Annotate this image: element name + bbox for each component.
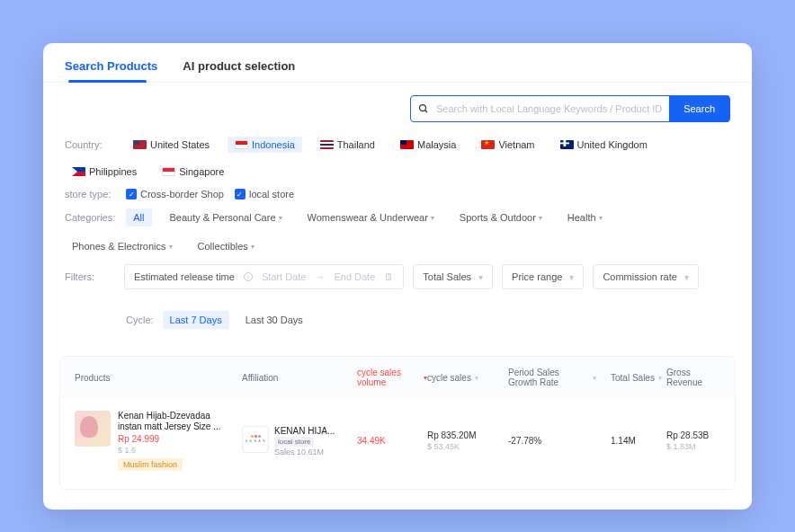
affiliate-logo: K E N A N [242, 426, 269, 453]
store-type-label: store type: [65, 189, 115, 200]
country-sg[interactable]: Singapore [155, 164, 231, 180]
categories-row: Categories: All Beauty & Personal Care▾ … [65, 208, 730, 255]
gross-revenue-value: Rp 28.53B [666, 430, 720, 440]
category-sports[interactable]: Sports & Outdoor▾ [452, 208, 549, 226]
country-uk[interactable]: United Kingdom [553, 137, 655, 153]
store-type-row: store type: ✓Cross-border Shop ✓local st… [65, 189, 730, 200]
th-total-sales[interactable]: Total Sales▾ [611, 373, 666, 383]
country-th-label: Thailand [337, 139, 375, 150]
country-th[interactable]: Thailand [313, 137, 382, 153]
category-all[interactable]: All [126, 208, 151, 226]
chevron-down-icon: ▾ [599, 214, 603, 222]
product-info: Kenan Hijab-Dzevadaa instan matt Jersey … [118, 411, 235, 471]
table-row[interactable]: Kenan Hijab-Dzevadaa instan matt Jersey … [60, 398, 735, 489]
sort-icon: ▾ [658, 374, 662, 382]
cross-border-label: Cross-border Shop [140, 189, 224, 200]
cat-label: Collectibles [198, 241, 248, 252]
th-cs-label: cycle sales [427, 373, 471, 383]
th-affiliation: Affiliation [242, 373, 357, 383]
cat-label: Health [567, 212, 596, 223]
release-time-picker[interactable]: Estimated release time i Start Date → En… [124, 264, 404, 289]
affiliate-dots-icon [251, 435, 261, 438]
product-price-usd: $ 1.6 [118, 446, 235, 455]
category-health[interactable]: Health▾ [560, 208, 610, 226]
product-price: Rp 24.999 [118, 434, 235, 444]
filters-row: Filters: Estimated release time i Start … [65, 264, 730, 289]
tab-ai-selection[interactable]: AI product selection [183, 59, 295, 82]
price-range-label: Price range [512, 271, 562, 282]
flag-th-icon [320, 140, 334, 149]
commission-label: Commission rate [603, 271, 677, 282]
search-row: Search [43, 83, 752, 131]
category-phones[interactable]: Phones & Electronics▾ [65, 237, 180, 255]
info-icon: i [244, 272, 253, 281]
search-button[interactable]: Search [669, 95, 729, 122]
chevron-down-icon: ▾ [684, 272, 689, 282]
product-tag: Muslim fashion [118, 458, 183, 471]
total-sales: 1.14M [611, 436, 666, 446]
flag-sg-icon [162, 167, 175, 176]
checkbox-cross-border[interactable]: ✓Cross-border Shop [126, 189, 224, 200]
affiliate-name: KENAN HIJA... [274, 426, 335, 436]
cat-label: Sports & Outdoor [460, 212, 536, 223]
commission-select[interactable]: Commission rate▾ [593, 264, 699, 289]
affiliate-type-badge: local store [274, 437, 314, 447]
flag-ph-icon [72, 167, 85, 176]
gross-revenue: Rp 28.53B $ 1.83M [666, 430, 720, 451]
th-products: Products [75, 373, 242, 383]
start-date-placeholder: Start Date [262, 271, 307, 282]
end-date-placeholder: End Date [334, 271, 375, 282]
th-growth-rate[interactable]: Period Sales Growth Rate▾ [508, 368, 611, 387]
cat-label: Phones & Electronics [72, 241, 166, 252]
country-vn-label: Vietnam [498, 139, 534, 150]
product-cell: Kenan Hijab-Dzevadaa instan matt Jersey … [75, 411, 242, 471]
chevron-down-icon: ▾ [279, 214, 282, 222]
country-us[interactable]: United States [126, 137, 217, 153]
country-ph[interactable]: Philippines [65, 164, 144, 180]
total-sales-select[interactable]: Total Sales▾ [413, 264, 493, 289]
search-input[interactable] [436, 103, 669, 114]
release-label: Estimated release time [134, 271, 235, 282]
affiliate-sales: Sales 10.61M [274, 448, 335, 457]
svg-point-0 [420, 105, 426, 111]
country-my[interactable]: Malaysia [393, 137, 463, 153]
search-icon [411, 103, 436, 114]
local-store-label: local store [249, 189, 294, 200]
tab-search-products[interactable]: Search Products [65, 59, 157, 82]
affiliate-logo-text: K E N A N [246, 439, 265, 443]
product-title: Kenan Hijab-Dzevadaa instan matt Jersey … [118, 411, 235, 432]
chevron-down-icon: ▾ [169, 243, 173, 251]
affiliate-info: KENAN HIJA... local store Sales 10.61M [274, 426, 335, 457]
categories-label: Categories: [65, 212, 115, 223]
country-id[interactable]: Indonesia [228, 137, 302, 153]
th-gross-revenue[interactable]: Gross Revenue [666, 368, 720, 387]
country-label: Country: [65, 139, 115, 150]
category-womenswear[interactable]: Womenswear & Underwear▾ [300, 208, 442, 226]
cycle-7days[interactable]: Last 7 Days [163, 311, 229, 329]
price-range-select[interactable]: Price range▾ [502, 264, 584, 289]
country-sg-label: Singapore [179, 166, 224, 177]
cat-label: Beauty & Personal Care [170, 212, 276, 223]
calendar-icon: 🗓 [384, 271, 394, 282]
th-cycle-sales-volume[interactable]: cycle sales volume▾ [357, 368, 427, 387]
cycle-30days[interactable]: Last 30 Days [238, 311, 310, 329]
category-beauty[interactable]: Beauty & Personal Care▾ [163, 208, 290, 226]
cycle-sales-volume: 34.49K [357, 436, 427, 446]
check-icon: ✓ [126, 189, 137, 200]
check-icon: ✓ [235, 189, 246, 200]
checkbox-local-store[interactable]: ✓local store [235, 189, 294, 200]
country-us-label: United States [150, 139, 210, 150]
cycle-sales-usd: $ 53.45K [427, 442, 508, 451]
country-my-label: Malaysia [417, 139, 456, 150]
flag-my-icon [400, 140, 414, 149]
category-collectibles[interactable]: Collectibles▾ [191, 237, 262, 255]
filters-label: Filters: [65, 271, 115, 282]
svg-line-1 [425, 111, 428, 113]
th-cycle-sales[interactable]: cycle sales▾ [427, 373, 508, 383]
affiliation-cell: K E N A N KENAN HIJA... local store Sale… [242, 426, 357, 457]
cycle-row: Cycle: Last 7 Days Last 30 Days [43, 304, 752, 345]
flag-uk-icon [560, 140, 574, 149]
country-vn[interactable]: Vietnam [474, 137, 541, 153]
country-uk-label: United Kingdom [577, 139, 648, 150]
flag-id-icon [235, 140, 248, 149]
